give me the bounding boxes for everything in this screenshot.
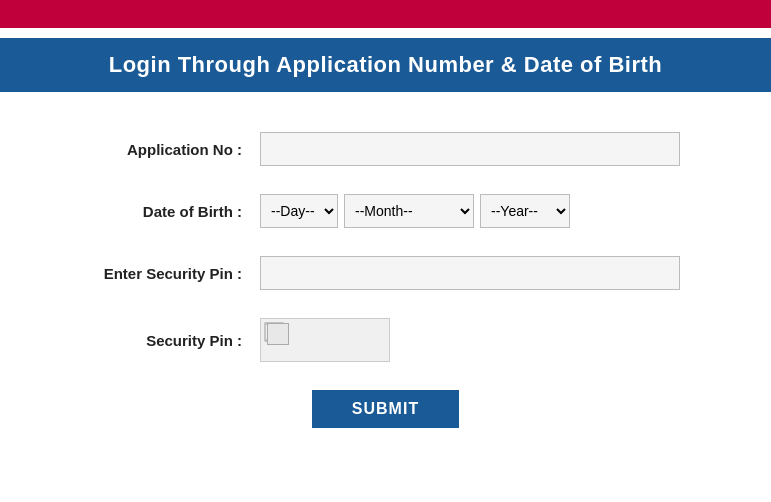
submit-button[interactable]: SUBMIT xyxy=(312,390,459,428)
top-bar-white xyxy=(0,28,771,38)
security-pin-input[interactable] xyxy=(260,256,680,290)
captcha-icon xyxy=(261,319,390,362)
security-pin-input-row: Enter Security Pin : xyxy=(60,256,711,290)
header-title: Login Through Application Number & Date … xyxy=(109,52,663,77)
svg-rect-0 xyxy=(261,319,390,362)
dob-selects: --Day-- 1234 5678 9101112 13141516 17181… xyxy=(260,194,570,228)
submit-row: SUBMIT xyxy=(60,390,711,458)
dob-label: Date of Birth : xyxy=(60,203,260,220)
application-no-row: Application No : xyxy=(60,132,711,166)
application-no-label: Application No : xyxy=(60,141,260,158)
captcha-image xyxy=(260,318,390,362)
svg-rect-1 xyxy=(265,323,283,341)
dob-row: Date of Birth : --Day-- 1234 5678 910111… xyxy=(60,194,711,228)
captcha-label: Security Pin : xyxy=(60,332,260,349)
top-bar-red xyxy=(0,0,771,28)
svg-line-2 xyxy=(265,323,283,341)
month-select[interactable]: --Month-- JanuaryFebruaryMarch AprilMayJ… xyxy=(344,194,474,228)
year-select[interactable]: --Year-- 1990199119921993 19941995199619… xyxy=(480,194,570,228)
svg-line-3 xyxy=(265,323,283,341)
application-no-input[interactable] xyxy=(260,132,680,166)
security-pin-input-label: Enter Security Pin : xyxy=(60,265,260,282)
day-select[interactable]: --Day-- 1234 5678 9101112 13141516 17181… xyxy=(260,194,338,228)
captcha-row: Security Pin : xyxy=(60,318,711,362)
form-container: Application No : Date of Birth : --Day--… xyxy=(0,92,771,498)
header-bar: Login Through Application Number & Date … xyxy=(0,38,771,92)
